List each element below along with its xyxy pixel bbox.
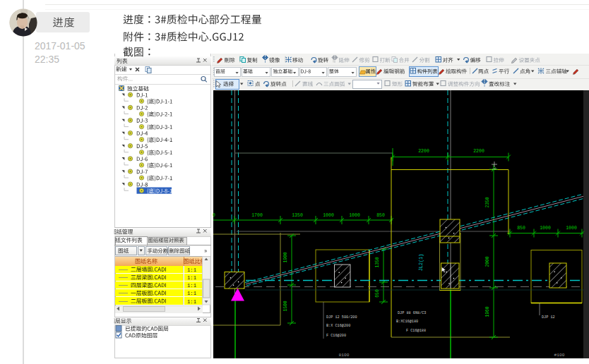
svg-text:DJP 12: DJP 12 — [542, 315, 555, 320]
svg-text:1350: 1350 — [375, 257, 380, 267]
svg-text:850: 850 — [517, 226, 525, 231]
svg-text:1000: 1000 — [540, 226, 551, 231]
svg-text:2200: 2200 — [473, 149, 484, 154]
svg-text:DJP 88 6N8/C3: DJP 88 6N8/C3 — [398, 311, 426, 315]
svg-text:1:1: 1:1 — [187, 291, 196, 296]
svg-text:1:1: 1:1 — [187, 267, 196, 273]
svg-text:B:XC16@180: B:XC16@180 — [396, 320, 418, 324]
svg-text:1350: 1350 — [292, 213, 303, 218]
svg-text:1960: 1960 — [485, 306, 490, 317]
svg-text:2000: 2000 — [485, 256, 490, 267]
svg-text:JL2(1): JL2(1) — [418, 254, 424, 271]
svg-text:1000: 1000 — [349, 213, 360, 218]
svg-text:0: 0 — [213, 213, 215, 218]
svg-text:F C16@188: F C16@188 — [406, 329, 426, 333]
svg-text:1700: 1700 — [251, 213, 263, 218]
svg-text:DJP 12 500/200: DJP 12 500/200 — [326, 315, 357, 320]
svg-text:1:1: 1:1 — [187, 299, 196, 305]
svg-text:1000: 1000 — [323, 213, 334, 218]
svg-text:2350: 2350 — [485, 197, 490, 207]
svg-text:1900: 1900 — [283, 252, 288, 262]
svg-text:1000: 1000 — [566, 226, 577, 231]
svg-text:850: 850 — [376, 213, 385, 218]
svg-text:F C16@200: F C16@200 — [326, 334, 346, 338]
svg-text:1:1: 1:1 — [187, 275, 196, 281]
svg-text:1:1: 1:1 — [187, 283, 196, 289]
svg-text:#100: #100 — [554, 353, 565, 358]
svg-text:8100: 8100 — [339, 353, 350, 358]
svg-text:650: 650 — [375, 289, 380, 298]
svg-text:1500: 1500 — [283, 301, 288, 311]
svg-text:B:X C16@200: B:X C16@200 — [326, 324, 350, 328]
svg-text:2200: 2200 — [418, 149, 429, 154]
